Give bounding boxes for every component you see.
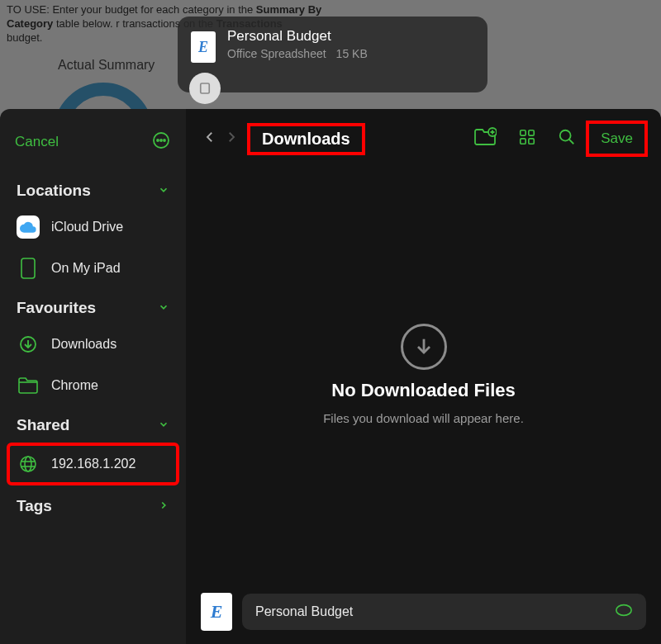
folder-icon	[17, 374, 40, 397]
file-type-icon: E	[191, 31, 216, 63]
filename-input[interactable]: Personal Budget	[242, 594, 646, 630]
svg-rect-5	[21, 258, 35, 278]
sidebar-item-label: On My iPad	[51, 261, 121, 276]
nav-forward-icon	[224, 128, 239, 149]
ipad-icon	[17, 257, 40, 280]
favourites-header[interactable]: Favourites	[0, 289, 186, 324]
file-icon: E	[201, 593, 232, 631]
folder-title: Downloads	[262, 130, 350, 148]
svg-rect-18	[521, 139, 525, 144]
sidebar: Cancel Locations iCloud Drive On My iPad…	[0, 109, 186, 644]
more-options-icon[interactable]	[151, 130, 171, 154]
file-subtitle: Office Spreadsheet 15 KB	[227, 47, 368, 60]
sidebar-item-ipad[interactable]: On My iPad	[0, 248, 186, 289]
svg-rect-19	[529, 139, 534, 144]
svg-line-21	[569, 140, 574, 144]
svg-rect-17	[529, 130, 534, 135]
svg-rect-16	[521, 130, 525, 135]
cancel-button[interactable]: Cancel	[15, 134, 59, 150]
new-folder-icon[interactable]	[465, 127, 505, 150]
grid-view-icon[interactable]	[510, 128, 544, 149]
empty-state-title: No Downloaded Files	[331, 380, 515, 401]
nav-back-icon[interactable]	[202, 128, 217, 149]
sidebar-item-label: Downloads	[51, 337, 117, 352]
svg-point-20	[560, 130, 571, 141]
download-circle-icon	[17, 333, 40, 356]
save-dialog: Cancel Locations iCloud Drive On My iPad…	[0, 109, 661, 644]
chevron-down-icon	[158, 184, 169, 198]
file-title: Personal Budget	[227, 28, 368, 45]
download-placeholder-icon	[401, 324, 447, 370]
share-avatar-icon	[189, 73, 221, 104]
svg-point-9	[21, 457, 36, 471]
main-panel: Downloads Save No Downloaded Files Files…	[186, 109, 661, 644]
svg-point-10	[25, 457, 31, 471]
empty-state: No Downloaded Files Files you download w…	[186, 168, 661, 580]
locations-header[interactable]: Locations	[0, 172, 186, 206]
tags-header[interactable]: Tags	[0, 487, 186, 522]
file-preview-card: E Personal Budget Office Spreadsheet 15 …	[178, 17, 487, 92]
svg-point-3	[160, 140, 162, 141]
sidebar-item-label: 192.168.1.202	[51, 457, 136, 471]
clear-input-icon[interactable]	[615, 604, 633, 621]
folder-title-highlight: Downloads	[250, 126, 362, 152]
icloud-icon	[17, 215, 40, 239]
search-icon[interactable]	[549, 128, 584, 149]
svg-point-2	[157, 140, 159, 141]
sidebar-item-label: iCloud Drive	[51, 220, 123, 234]
globe-icon	[17, 452, 40, 476]
sidebar-item-label: Chrome	[51, 378, 98, 393]
svg-point-23	[616, 604, 631, 615]
chevron-down-icon	[158, 301, 169, 315]
sidebar-item-chrome[interactable]: Chrome	[0, 365, 186, 406]
shared-header[interactable]: Shared	[0, 406, 186, 441]
toolbar: Downloads Save	[186, 109, 661, 168]
chevron-down-icon	[158, 419, 169, 433]
svg-rect-0	[201, 83, 210, 93]
sidebar-item-network[interactable]: 192.168.1.202	[8, 444, 178, 484]
chevron-right-icon	[158, 500, 169, 514]
bg-chart-title: Actual Summary	[58, 58, 155, 73]
sidebar-item-downloads[interactable]: Downloads	[0, 324, 186, 365]
filename-bar: E Personal Budget	[186, 580, 661, 644]
save-button[interactable]: Save	[589, 124, 644, 154]
svg-point-4	[164, 140, 165, 141]
empty-state-subtitle: Files you download will appear here.	[323, 411, 524, 425]
sidebar-item-icloud[interactable]: iCloud Drive	[0, 206, 186, 248]
